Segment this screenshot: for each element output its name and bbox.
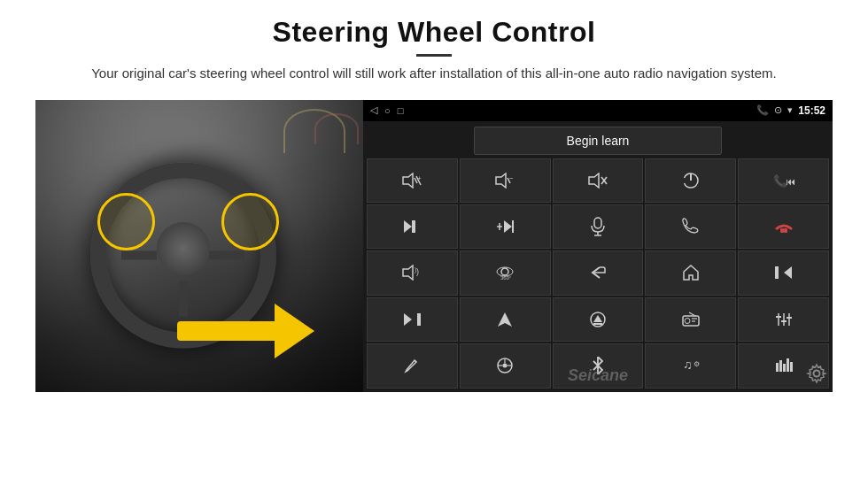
speaker-button[interactable]: )) [367, 250, 458, 295]
svg-rect-66 [790, 362, 793, 372]
eq-sliders-button[interactable] [738, 297, 829, 342]
arrow-body [177, 321, 279, 341]
eject-button[interactable] [553, 297, 644, 342]
svg-point-44 [685, 318, 690, 323]
android-screen: ◁ ○ □ 📞 ⊙ ▾ 15:52 Begin learn [363, 100, 833, 392]
svg-marker-0 [403, 173, 413, 188]
page-wrapper: Steering Wheel Control Your original car… [0, 0, 868, 485]
next-track-button[interactable] [367, 204, 458, 249]
steering-wheel-hub [157, 222, 210, 275]
svg-marker-39 [498, 312, 512, 327]
status-bar-left: ◁ ○ □ [370, 104, 403, 116]
back-icon: ◁ [370, 104, 377, 116]
recents-icon: □ [398, 105, 404, 116]
svg-text:⚙: ⚙ [694, 360, 700, 368]
ff-next-button[interactable] [460, 204, 551, 249]
subtitle-text: Your original car's steering wheel contr… [80, 64, 788, 84]
svg-marker-41 [593, 315, 602, 322]
status-bar-right: 📞 ⊙ ▾ 15:52 [756, 104, 825, 117]
settings-gear-icon[interactable] [806, 363, 827, 389]
svg-rect-21 [594, 218, 601, 228]
begin-learn-row: Begin learn [367, 125, 829, 157]
svg-marker-32 [684, 266, 698, 280]
vol-up-button[interactable]: + [367, 158, 458, 203]
button-highlight-right [221, 193, 279, 250]
svg-text:): ) [416, 267, 419, 276]
prev-prev-button[interactable] [738, 250, 829, 295]
svg-rect-62 [776, 363, 779, 372]
svg-rect-64 [783, 364, 786, 372]
button-highlight-left [97, 193, 155, 250]
svg-point-67 [814, 370, 820, 376]
radio-button[interactable] [645, 297, 736, 342]
content-area: ◁ ○ □ 📞 ⊙ ▾ 15:52 Begin learn [35, 100, 833, 486]
steering-wheel-scene [35, 100, 363, 392]
phone-prev-button[interactable]: 📞⏮ [738, 158, 829, 203]
svg-rect-63 [779, 360, 782, 372]
svg-marker-26 [403, 266, 413, 280]
cam360-button[interactable]: 360° [460, 250, 551, 295]
next-next-button[interactable] [367, 297, 458, 342]
back-nav-button[interactable] [553, 250, 644, 295]
svg-rect-25 [784, 228, 787, 233]
navigation-button[interactable] [460, 297, 551, 342]
wifi-icon: ▾ [787, 104, 793, 116]
steering-wheel-image [35, 100, 363, 392]
music-button[interactable]: ♫⚙ [645, 343, 736, 388]
home-nav-button[interactable] [645, 250, 736, 295]
svg-text:−: − [509, 174, 514, 182]
svg-marker-7 [589, 173, 599, 188]
direction-arrow [177, 304, 310, 366]
svg-marker-35 [784, 266, 792, 279]
svg-rect-65 [787, 358, 789, 372]
svg-text:360°: 360° [500, 275, 512, 281]
page-title: Steering Wheel Control [35, 16, 833, 49]
spoke-right [209, 250, 244, 259]
pen-button[interactable] [367, 343, 458, 388]
title-section: Steering Wheel Control Your original car… [35, 16, 833, 84]
home-status-icon: ○ [384, 105, 391, 116]
icon-grid: + − 📞⏮ [367, 158, 829, 389]
phone-end-button[interactable] [738, 204, 829, 249]
svg-rect-24 [780, 228, 784, 233]
svg-marker-14 [404, 220, 412, 233]
begin-learn-button[interactable]: Begin learn [474, 127, 722, 155]
steering-wheel-button[interactable] [460, 343, 551, 388]
arrow-head [275, 304, 314, 358]
svg-text:+: + [417, 174, 422, 182]
svg-marker-38 [404, 313, 412, 326]
spoke-left [121, 250, 157, 259]
svg-marker-4 [496, 173, 506, 188]
vol-down-button[interactable]: − [460, 158, 551, 203]
mic-button[interactable] [553, 204, 644, 249]
title-divider [416, 54, 452, 57]
time-display: 15:52 [798, 104, 825, 117]
phone-status-icon: 📞 [756, 104, 769, 116]
svg-text:⏮: ⏮ [786, 176, 794, 187]
power-button[interactable] [645, 158, 736, 203]
svg-rect-43 [683, 316, 699, 326]
svg-line-54 [415, 360, 416, 362]
phone-call-button[interactable] [645, 204, 736, 249]
svg-point-29 [501, 268, 508, 275]
svg-text:♫: ♫ [683, 358, 693, 372]
grid-area: Begin learn + − [363, 121, 833, 392]
mute-button[interactable] [553, 158, 644, 203]
svg-marker-19 [504, 220, 512, 233]
svg-point-56 [503, 364, 508, 368]
bluetooth-button[interactable] [553, 343, 644, 388]
location-icon: ⊙ [774, 104, 782, 116]
gauge-hint-right [314, 113, 359, 144]
status-bar: ◁ ○ □ 📞 ⊙ ▾ 15:52 [363, 100, 833, 121]
